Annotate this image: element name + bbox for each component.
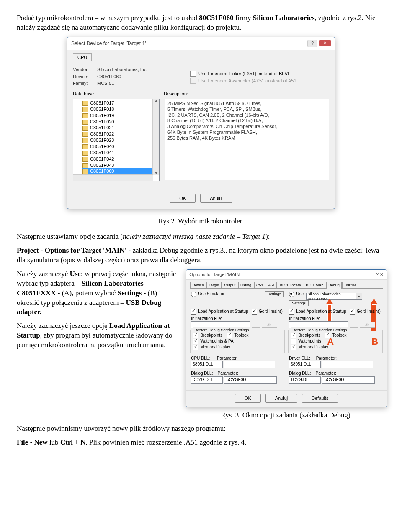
device-tree[interactable]: C8051F017 C8051F018 C8051F019 C8051F020 … xyxy=(73,99,160,181)
gotill-left-checkbox[interactable] xyxy=(252,309,257,315)
drv-settings-button[interactable]: Settings xyxy=(289,300,309,306)
param-label: Parameter: xyxy=(316,371,336,376)
device-label: Device: xyxy=(73,74,97,80)
drv-dll-input[interactable]: S8051.DLL xyxy=(289,361,321,368)
defaults-button[interactable]: Defaults xyxy=(302,394,338,403)
restore-left-group: Restore Debug Session Settings Breakpoin… xyxy=(190,330,285,353)
dlg-param-left-input[interactable]: -pCYGF060 xyxy=(224,376,277,384)
tabs: Device Target Output Listing C51 A51 BL5… xyxy=(190,281,383,289)
help-button[interactable]: ? xyxy=(307,40,317,47)
tree-item[interactable]: C8051F018 xyxy=(82,106,159,113)
text: Należy zaznaczyć xyxy=(17,270,70,278)
tab-utilities[interactable]: Utilities xyxy=(342,282,358,288)
wp-left-label: Watchpoints & PA xyxy=(200,339,233,343)
load-startup-right-checkbox[interactable] xyxy=(289,309,294,315)
wp-left-checkbox[interactable] xyxy=(193,339,198,344)
bold: Use xyxy=(70,270,80,278)
ext-linker-checkbox[interactable] xyxy=(190,71,196,77)
text-italic: należy zaznaczyć myszką nasze zadanie – … xyxy=(123,233,265,240)
tree-item[interactable]: C8051F020 xyxy=(82,119,159,125)
help-button[interactable]: ? xyxy=(376,272,379,277)
mem-left-label: Memory Display xyxy=(200,345,230,349)
tree-hscroll[interactable] xyxy=(73,174,153,181)
chip-name: 80C51F060 xyxy=(199,14,233,22)
toolbox-left-checkbox[interactable] xyxy=(227,333,232,338)
tree-item[interactable]: C8051F017 xyxy=(82,100,159,106)
tree-item-selected[interactable]: C8051F060 xyxy=(82,168,159,174)
tree-item[interactable]: C8051F023 xyxy=(82,137,159,143)
device-value: C8051F060 xyxy=(97,74,121,80)
text: , aby program był automatycznie ładowany… xyxy=(17,331,173,349)
browse-left-button[interactable]: ... xyxy=(252,322,261,328)
tree-item[interactable]: C8051F021 xyxy=(82,125,159,131)
drv-param-input[interactable] xyxy=(322,361,373,368)
bp-left-checkbox[interactable] xyxy=(193,333,198,338)
tree-item[interactable]: C8051F041 xyxy=(82,150,159,156)
sim-settings-button[interactable]: Settings xyxy=(265,291,284,297)
dlg-param-right-input[interactable]: -pCYGF060 xyxy=(322,376,375,384)
use-radio[interactable] xyxy=(289,292,294,297)
browse-right-button[interactable]: ... xyxy=(350,322,359,328)
edit-right-button[interactable]: Edit... xyxy=(360,322,375,328)
dlg-dll-left-input[interactable]: DCYG.DLL xyxy=(191,376,223,384)
tree-vscroll[interactable] xyxy=(152,99,159,175)
figure-caption-3: Rys. 3. Okno opcji zadania (zakładka Deb… xyxy=(186,411,387,420)
edit-left-button[interactable]: Edit... xyxy=(262,322,277,328)
bold: Ctrl + N xyxy=(60,438,86,446)
tab-c51[interactable]: C51 xyxy=(254,282,265,288)
tree-item[interactable]: C8051F019 xyxy=(82,113,159,119)
text: ): xyxy=(265,233,270,240)
tab-cpu[interactable]: CPU xyxy=(73,53,92,61)
ok-button[interactable]: OK xyxy=(235,394,261,403)
tab-a51[interactable]: A51 xyxy=(266,282,277,288)
database-label: Data base xyxy=(73,91,159,97)
tab-debug[interactable]: Debug xyxy=(326,282,342,289)
text: firmy xyxy=(233,14,253,22)
wp-right-label: Watchpoints xyxy=(298,339,321,343)
menu-path: Project - Options for Target 'MAIN' - xyxy=(17,246,133,254)
dlg-dll-right-input[interactable]: TCYG.DLL xyxy=(289,376,321,384)
paragraph-options: Następnie ustawiamy opcje zadania (należ… xyxy=(17,232,385,242)
ok-button[interactable]: OK xyxy=(170,194,196,203)
load-startup-left-checkbox[interactable] xyxy=(191,309,196,315)
tab-listing[interactable]: Listing xyxy=(238,282,253,288)
close-button[interactable]: ✕ xyxy=(380,272,384,277)
tab-device[interactable]: Device xyxy=(190,282,206,288)
bp-right-checkbox[interactable] xyxy=(291,333,296,338)
use-simulator-radio[interactable] xyxy=(191,292,196,297)
paragraph-use: Należy zaznaczyć Use: w prawej części ok… xyxy=(17,269,179,317)
text: lub xyxy=(48,438,60,446)
mem-right-label: Memory Display xyxy=(298,345,328,349)
options-dialog: Options for Target 'MAIN' ? ✕ Device Tar… xyxy=(186,269,387,407)
close-button[interactable]: ✕ xyxy=(319,40,331,46)
tab-output[interactable]: Output xyxy=(222,282,237,288)
label-b: B xyxy=(371,335,378,348)
gotill-right-label: Go till main() xyxy=(357,309,381,314)
toolbox-left-label: Toolbox xyxy=(234,333,248,338)
tree-item[interactable]: C8051F042 xyxy=(82,156,159,162)
adapter-dropdown[interactable]: Silicon Laboratories C8051Fxxx xyxy=(306,293,362,300)
dlg-dll-label: Dialog DLL: xyxy=(191,371,213,376)
tree-item[interactable]: C8051F022 xyxy=(82,131,159,137)
paragraph-load: Należy zaznaczyć jeszcze opcję Load Appl… xyxy=(17,321,179,350)
tab-target[interactable]: Target xyxy=(206,282,221,288)
restore-right-label: Restore Debug Session Settings xyxy=(291,327,348,332)
cancel-button[interactable]: Anuluj xyxy=(265,394,298,403)
cancel-button[interactable]: Anuluj xyxy=(200,194,232,203)
figure-caption-2: Rys.2. Wybór mikrokontroler. xyxy=(17,217,385,226)
load-startup-left-label: Load Application at Startup xyxy=(198,309,248,314)
text: Następnie ustawiamy opcje zadania ( xyxy=(17,233,123,240)
wp-right-checkbox[interactable] xyxy=(291,339,296,344)
tab-bl51-misc[interactable]: BL51 Misc xyxy=(304,282,325,288)
tree-item[interactable]: C8051F043 xyxy=(82,162,159,169)
gotill-right-checkbox[interactable] xyxy=(350,309,355,315)
mem-right-checkbox[interactable] xyxy=(291,345,296,350)
ext-asm-label: Use Extended Assembler (AX51) instead of… xyxy=(198,78,296,84)
paragraph-newfile: Następnie powinniśmy utworzyć nowy plik … xyxy=(17,424,385,434)
mem-left-checkbox[interactable] xyxy=(193,345,198,350)
tab-bl51-locate[interactable]: BL51 Locate xyxy=(278,282,303,288)
cpu-dll-input[interactable]: S8051.DLL xyxy=(191,361,223,368)
chevron-down-icon xyxy=(356,293,361,299)
cpu-param-input[interactable] xyxy=(224,361,275,368)
tree-item[interactable]: C8051F040 xyxy=(82,143,159,150)
